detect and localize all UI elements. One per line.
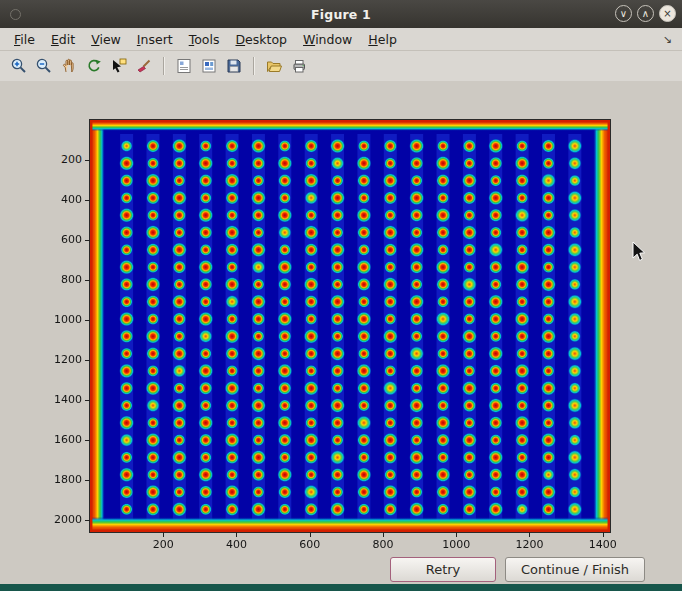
figure-toolbar: [0, 51, 682, 82]
y-tick-label: 1600: [42, 433, 82, 446]
x-tick-label: 400: [214, 538, 258, 551]
toolbar-separator: [163, 57, 165, 75]
y-tick-label: 1000: [42, 313, 82, 326]
window-border-bottom: [0, 584, 682, 591]
plot-area: 2004006008001000120014001600180020002004…: [90, 120, 610, 532]
menu-edit[interactable]: Edit: [43, 31, 83, 48]
menu-overflow-icon[interactable]: ↘: [663, 33, 672, 46]
menu-insert[interactable]: Insert: [129, 31, 181, 48]
data-cursor-icon[interactable]: [108, 55, 130, 77]
y-tick-label: 1400: [42, 393, 82, 406]
y-tick-mark: [85, 240, 90, 241]
y-tick-label: 800: [42, 273, 82, 286]
x-tick-mark: [383, 532, 384, 537]
y-tick-mark: [85, 200, 90, 201]
x-tick-label: 600: [288, 538, 332, 551]
brush-icon[interactable]: [133, 55, 155, 77]
close-button[interactable]: ×: [659, 5, 676, 22]
plot-browser-icon[interactable]: [198, 55, 220, 77]
retry-button[interactable]: Retry: [390, 557, 496, 582]
menu-view[interactable]: View: [83, 31, 129, 48]
y-tick-mark: [85, 280, 90, 281]
figure-palette-icon[interactable]: [173, 55, 195, 77]
y-tick-mark: [85, 160, 90, 161]
y-tick-mark: [85, 360, 90, 361]
zoom-out-icon[interactable]: [33, 55, 55, 77]
rotate-3d-icon[interactable]: [83, 55, 105, 77]
window-controls: ∨∧×: [615, 5, 676, 22]
menu-help[interactable]: Help: [360, 31, 405, 48]
continue-finish-button[interactable]: Continue / Finish: [505, 557, 645, 582]
heatmap-image[interactable]: [90, 120, 610, 532]
menu-tools[interactable]: Tools: [181, 31, 228, 48]
save-icon[interactable]: [223, 55, 245, 77]
x-tick-mark: [603, 532, 604, 537]
x-tick-label: 1400: [581, 538, 625, 551]
y-tick-mark: [85, 320, 90, 321]
x-tick-mark: [310, 532, 311, 537]
toolbar-separator: [253, 57, 255, 75]
y-tick-label: 1200: [42, 353, 82, 366]
menu-bar: FileEditViewInsertToolsDesktopWindowHelp…: [0, 28, 682, 51]
x-tick-label: 800: [361, 538, 405, 551]
maximize-button[interactable]: ∧: [637, 5, 654, 22]
x-tick-label: 1200: [507, 538, 551, 551]
y-tick-mark: [85, 480, 90, 481]
window-title: Figure 1: [0, 7, 682, 22]
menu-file[interactable]: File: [6, 31, 43, 48]
print-icon[interactable]: [288, 55, 310, 77]
y-tick-label: 2000: [42, 513, 82, 526]
y-tick-label: 200: [42, 153, 82, 166]
menu-desktop[interactable]: Desktop: [227, 31, 295, 48]
x-tick-label: 200: [141, 538, 185, 551]
y-tick-mark: [85, 520, 90, 521]
x-tick-mark: [163, 532, 164, 537]
figure-window: Figure 1 ∨∧× FileEditViewInsertToolsDesk…: [0, 0, 682, 591]
x-tick-mark: [236, 532, 237, 537]
figure-canvas-area: 2004006008001000120014001600180020002004…: [0, 81, 682, 584]
y-tick-label: 600: [42, 233, 82, 246]
x-tick-mark: [529, 532, 530, 537]
pan-icon[interactable]: [58, 55, 80, 77]
y-tick-mark: [85, 400, 90, 401]
y-tick-mark: [85, 440, 90, 441]
y-tick-label: 1800: [42, 473, 82, 486]
x-tick-label: 1000: [434, 538, 478, 551]
zoom-in-icon[interactable]: [8, 55, 30, 77]
open-file-icon[interactable]: [263, 55, 285, 77]
x-tick-mark: [456, 532, 457, 537]
mouse-cursor: [632, 241, 648, 263]
menu-window[interactable]: Window: [295, 31, 360, 48]
y-tick-label: 400: [42, 193, 82, 206]
title-bar[interactable]: Figure 1 ∨∧×: [0, 0, 682, 28]
minimize-button[interactable]: ∨: [615, 5, 632, 22]
